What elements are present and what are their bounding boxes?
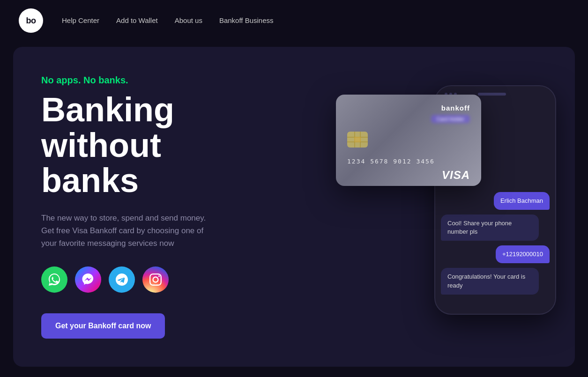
logo[interactable]: bo — [19, 8, 43, 33]
messaging-icons — [41, 266, 294, 293]
hero-left: No apps. No banks. Banking without banks… — [41, 75, 294, 339]
nav-link-help-center[interactable]: Help Center — [62, 16, 99, 24]
whatsapp-icon[interactable] — [41, 266, 67, 293]
nav-link-bankoff-business[interactable]: Bankoff Business — [219, 16, 274, 24]
hero-title: Banking without banks — [41, 92, 294, 199]
nav-link-add-to-wallet[interactable]: Add to Wallet — [116, 16, 158, 24]
nav-item-bankoff-business[interactable]: Bankoff Business — [219, 16, 274, 25]
svg-rect-5 — [354, 137, 361, 142]
instagram-icon[interactable] — [142, 266, 169, 293]
cta-button[interactable]: Get your Bankoff card now — [41, 313, 165, 339]
hero-description: The new way to store, spend and send mon… — [41, 212, 257, 250]
phone-notch — [478, 93, 506, 96]
nav-link-about-us[interactable]: About us — [175, 16, 202, 24]
telegram-icon[interactable] — [109, 266, 135, 293]
nav-links: Help Center Add to Wallet About us Banko… — [62, 16, 274, 25]
hero-title-line1: Banking without — [41, 91, 174, 164]
chat-bubble-3: +12192000010 — [496, 245, 550, 263]
chat-bubble-1: Erlich Bachman — [494, 192, 550, 210]
chat-area: Erlich Bachman Cool! Share your phone nu… — [435, 192, 555, 300]
nav-item-help-center[interactable]: Help Center — [62, 16, 99, 25]
card-name-blurred: Card Holder — [431, 115, 470, 123]
hero-title-line2: banks — [41, 162, 139, 199]
card-chip-icon — [347, 132, 368, 148]
visa-card: bankoff Card Holder 1234 5678 9012 3456 … — [336, 95, 481, 186]
hero-section: No apps. No banks. Banking without banks… — [13, 47, 575, 367]
chat-bubble-4: Congratulations! Your card is ready — [441, 268, 539, 294]
logo-text: bo — [26, 16, 36, 26]
hero-right: bankoff Card Holder 1234 5678 9012 3456 … — [350, 85, 547, 329]
hero-tagline: No apps. No banks. — [41, 75, 294, 86]
nav-item-add-to-wallet[interactable]: Add to Wallet — [116, 16, 158, 25]
chat-bubble-2: Cool! Share your phone number pls — [441, 214, 539, 241]
card-visa-logo: VISA — [347, 169, 470, 182]
navbar: bo Help Center Add to Wallet About us Ba… — [0, 0, 588, 41]
nav-item-about-us[interactable]: About us — [175, 16, 202, 25]
card-brand: bankoff — [441, 104, 470, 112]
card-number: 1234 5678 9012 3456 — [347, 158, 470, 165]
messenger-icon[interactable] — [75, 266, 101, 293]
